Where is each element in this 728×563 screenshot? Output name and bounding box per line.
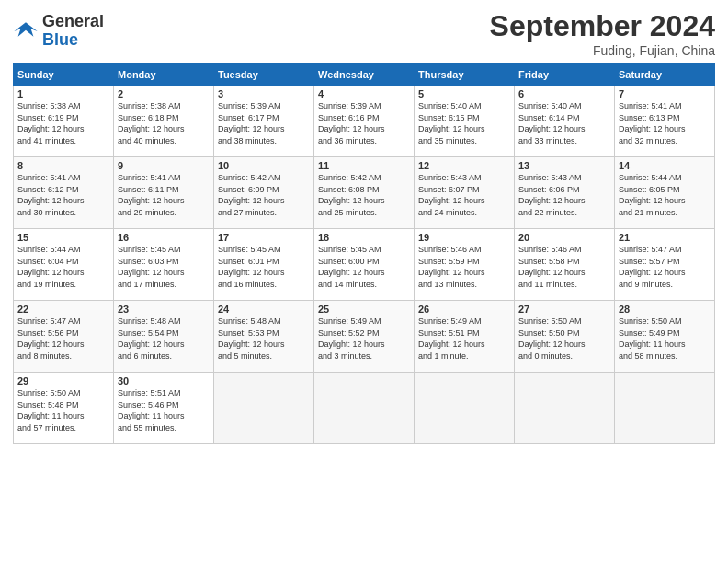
- calendar-cell: [214, 373, 314, 444]
- calendar-week-1: 1Sunrise: 5:38 AM Sunset: 6:19 PM Daylig…: [14, 86, 715, 157]
- day-info: Sunrise: 5:49 AM Sunset: 5:52 PM Dayligh…: [318, 316, 410, 362]
- day-info: Sunrise: 5:50 AM Sunset: 5:48 PM Dayligh…: [17, 387, 109, 433]
- day-number: 30: [118, 375, 210, 386]
- calendar-cell: 30Sunrise: 5:51 AM Sunset: 5:46 PM Dayli…: [114, 373, 214, 444]
- day-number: 21: [619, 232, 711, 243]
- day-number: 15: [17, 232, 109, 243]
- day-number: 16: [118, 232, 210, 243]
- calendar-cell: 13Sunrise: 5:43 AM Sunset: 6:06 PM Dayli…: [515, 157, 615, 229]
- day-info: Sunrise: 5:38 AM Sunset: 6:19 PM Dayligh…: [17, 100, 109, 146]
- day-number: 5: [418, 88, 510, 99]
- day-number: 10: [218, 160, 310, 171]
- calendar-cell: 21Sunrise: 5:47 AM Sunset: 5:57 PM Dayli…: [615, 229, 715, 301]
- day-number: 4: [318, 88, 410, 99]
- logo-text: [13, 19, 39, 43]
- day-info: Sunrise: 5:46 AM Sunset: 5:59 PM Dayligh…: [418, 244, 510, 290]
- day-info: Sunrise: 5:43 AM Sunset: 6:07 PM Dayligh…: [418, 172, 510, 218]
- calendar-week-4: 22Sunrise: 5:47 AM Sunset: 5:56 PM Dayli…: [14, 301, 715, 373]
- day-info: Sunrise: 5:45 AM Sunset: 6:01 PM Dayligh…: [218, 244, 310, 290]
- calendar-cell: 18Sunrise: 5:45 AM Sunset: 6:00 PM Dayli…: [314, 229, 415, 301]
- calendar-cell: [415, 373, 515, 444]
- month-title: September 2024: [490, 9, 715, 43]
- col-sunday: Sunday: [14, 64, 114, 86]
- day-info: Sunrise: 5:51 AM Sunset: 5:46 PM Dayligh…: [118, 387, 210, 433]
- calendar-cell: 9Sunrise: 5:41 AM Sunset: 6:11 PM Daylig…: [114, 157, 214, 229]
- calendar-cell: 7Sunrise: 5:41 AM Sunset: 6:13 PM Daylig…: [615, 86, 715, 157]
- day-number: 22: [17, 304, 109, 315]
- day-number: 18: [318, 232, 410, 243]
- day-info: Sunrise: 5:41 AM Sunset: 6:11 PM Dayligh…: [118, 172, 210, 218]
- day-info: Sunrise: 5:44 AM Sunset: 6:04 PM Dayligh…: [17, 244, 109, 290]
- calendar-cell: 15Sunrise: 5:44 AM Sunset: 6:04 PM Dayli…: [14, 229, 114, 301]
- col-wednesday: Wednesday: [314, 64, 415, 86]
- day-number: 7: [619, 88, 711, 99]
- calendar-cell: 10Sunrise: 5:42 AM Sunset: 6:09 PM Dayli…: [214, 157, 314, 229]
- title-block: September 2024 Fuding, Fujian, China: [490, 9, 715, 58]
- calendar-cell: 4Sunrise: 5:39 AM Sunset: 6:16 PM Daylig…: [314, 86, 415, 157]
- day-number: 13: [518, 160, 610, 171]
- day-number: 25: [318, 304, 410, 315]
- calendar-cell: 27Sunrise: 5:50 AM Sunset: 5:50 PM Dayli…: [515, 301, 615, 373]
- calendar-cell: 19Sunrise: 5:46 AM Sunset: 5:59 PM Dayli…: [415, 229, 515, 301]
- day-number: 1: [17, 88, 109, 99]
- day-info: Sunrise: 5:50 AM Sunset: 5:50 PM Dayligh…: [518, 316, 610, 362]
- col-saturday: Saturday: [615, 64, 715, 86]
- header: General Blue September 2024 Fuding, Fuji…: [13, 9, 715, 58]
- calendar-cell: 29Sunrise: 5:50 AM Sunset: 5:48 PM Dayli…: [14, 373, 114, 444]
- page-container: General Blue September 2024 Fuding, Fuji…: [0, 0, 728, 454]
- calendar-cell: [615, 373, 715, 444]
- calendar-cell: 1Sunrise: 5:38 AM Sunset: 6:19 PM Daylig…: [14, 86, 114, 157]
- day-number: 9: [118, 160, 210, 171]
- day-number: 28: [619, 304, 711, 315]
- day-number: 26: [418, 304, 510, 315]
- calendar-cell: 14Sunrise: 5:44 AM Sunset: 6:05 PM Dayli…: [615, 157, 715, 229]
- calendar-week-5: 29Sunrise: 5:50 AM Sunset: 5:48 PM Dayli…: [14, 373, 715, 444]
- day-number: 11: [318, 160, 410, 171]
- day-number: 12: [418, 160, 510, 171]
- day-info: Sunrise: 5:40 AM Sunset: 6:14 PM Dayligh…: [518, 100, 610, 146]
- day-info: Sunrise: 5:47 AM Sunset: 5:57 PM Dayligh…: [619, 244, 711, 290]
- day-info: Sunrise: 5:41 AM Sunset: 6:12 PM Dayligh…: [17, 172, 109, 218]
- calendar-cell: 16Sunrise: 5:45 AM Sunset: 6:03 PM Dayli…: [114, 229, 214, 301]
- col-friday: Friday: [515, 64, 615, 86]
- day-info: Sunrise: 5:49 AM Sunset: 5:51 PM Dayligh…: [418, 316, 510, 362]
- calendar-table: Sunday Monday Tuesday Wednesday Thursday…: [13, 63, 715, 444]
- header-row: Sunday Monday Tuesday Wednesday Thursday…: [14, 64, 715, 86]
- calendar-cell: 12Sunrise: 5:43 AM Sunset: 6:07 PM Dayli…: [415, 157, 515, 229]
- day-number: 8: [17, 160, 109, 171]
- calendar-cell: 25Sunrise: 5:49 AM Sunset: 5:52 PM Dayli…: [314, 301, 415, 373]
- day-info: Sunrise: 5:42 AM Sunset: 6:09 PM Dayligh…: [218, 172, 310, 218]
- day-info: Sunrise: 5:46 AM Sunset: 5:58 PM Dayligh…: [518, 244, 610, 290]
- logo: General Blue: [13, 13, 104, 50]
- calendar-cell: [314, 373, 415, 444]
- col-thursday: Thursday: [415, 64, 515, 86]
- day-info: Sunrise: 5:48 AM Sunset: 5:53 PM Dayligh…: [218, 316, 310, 362]
- day-info: Sunrise: 5:38 AM Sunset: 6:18 PM Dayligh…: [118, 100, 210, 146]
- day-number: 29: [17, 375, 109, 386]
- day-number: 24: [218, 304, 310, 315]
- day-number: 19: [418, 232, 510, 243]
- day-number: 27: [518, 304, 610, 315]
- calendar-week-2: 8Sunrise: 5:41 AM Sunset: 6:12 PM Daylig…: [14, 157, 715, 229]
- calendar-cell: 28Sunrise: 5:50 AM Sunset: 5:49 PM Dayli…: [615, 301, 715, 373]
- calendar-cell: 11Sunrise: 5:42 AM Sunset: 6:08 PM Dayli…: [314, 157, 415, 229]
- svg-marker-0: [14, 22, 37, 36]
- calendar-cell: [515, 373, 615, 444]
- day-info: Sunrise: 5:40 AM Sunset: 6:15 PM Dayligh…: [418, 100, 510, 146]
- day-info: Sunrise: 5:41 AM Sunset: 6:13 PM Dayligh…: [619, 100, 711, 146]
- day-info: Sunrise: 5:48 AM Sunset: 5:54 PM Dayligh…: [118, 316, 210, 362]
- day-info: Sunrise: 5:39 AM Sunset: 6:17 PM Dayligh…: [218, 100, 310, 146]
- day-info: Sunrise: 5:45 AM Sunset: 6:00 PM Dayligh…: [318, 244, 410, 290]
- day-info: Sunrise: 5:42 AM Sunset: 6:08 PM Dayligh…: [318, 172, 410, 218]
- calendar-cell: 5Sunrise: 5:40 AM Sunset: 6:15 PM Daylig…: [415, 86, 515, 157]
- logo-wordmark: General Blue: [42, 13, 104, 50]
- day-number: 3: [218, 88, 310, 99]
- calendar-week-3: 15Sunrise: 5:44 AM Sunset: 6:04 PM Dayli…: [14, 229, 715, 301]
- calendar-cell: 6Sunrise: 5:40 AM Sunset: 6:14 PM Daylig…: [515, 86, 615, 157]
- day-info: Sunrise: 5:39 AM Sunset: 6:16 PM Dayligh…: [318, 100, 410, 146]
- col-monday: Monday: [114, 64, 214, 86]
- day-info: Sunrise: 5:50 AM Sunset: 5:49 PM Dayligh…: [619, 316, 711, 362]
- calendar-cell: 8Sunrise: 5:41 AM Sunset: 6:12 PM Daylig…: [14, 157, 114, 229]
- day-number: 6: [518, 88, 610, 99]
- location: Fuding, Fujian, China: [490, 43, 715, 58]
